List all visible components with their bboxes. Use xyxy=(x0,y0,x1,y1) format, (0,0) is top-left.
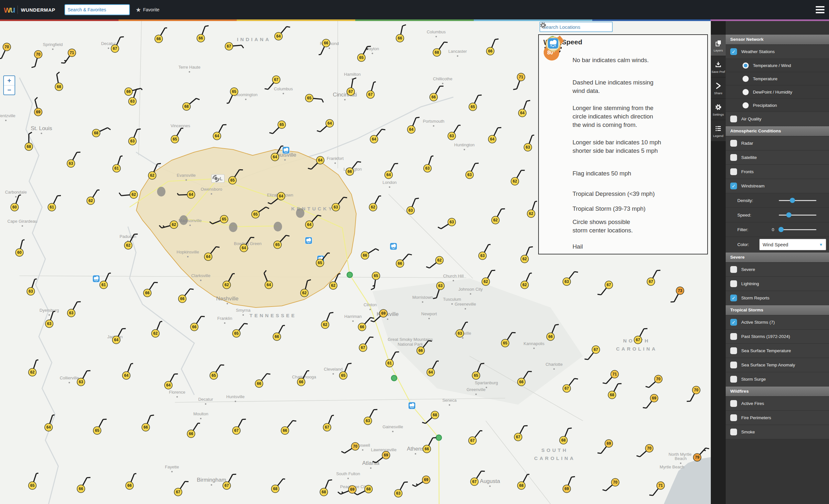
checkbox-satellite[interactable] xyxy=(730,154,737,161)
checkbox-air-quality[interactable] xyxy=(730,116,737,122)
checkbox-row-radar[interactable]: Radar xyxy=(726,136,829,151)
search-favorites-input[interactable] xyxy=(65,4,130,15)
radio-precipitation[interactable] xyxy=(743,102,749,109)
checkbox-active-storms-7[interactable]: ✓ xyxy=(730,319,737,326)
checkbox-past-storms-1972-2024[interactable] xyxy=(730,333,737,340)
state-label: INDIANA xyxy=(237,37,271,42)
hail-report-icon[interactable] xyxy=(408,402,416,409)
divider xyxy=(17,5,18,14)
checkbox-row-storm-reports[interactable]: ✓Storm Reports xyxy=(726,291,829,305)
city-label: Atlanta xyxy=(362,460,380,466)
checkbox-fronts[interactable] xyxy=(730,168,737,175)
checkbox-row-severe[interactable]: Severe xyxy=(726,263,829,277)
favorite-label: Favorite xyxy=(143,7,160,12)
checkbox-row-air-quality[interactable]: Air Quality xyxy=(726,112,829,126)
checkbox-row-lightning[interactable]: Lightning xyxy=(726,277,829,291)
select-color[interactable]: Wind Speed▼ xyxy=(759,239,826,250)
storm-position-dot[interactable] xyxy=(347,272,353,278)
svg-text:68: 68 xyxy=(433,413,437,417)
storm-position-dot[interactable] xyxy=(436,435,442,440)
weather-map[interactable]: INDIANAKENTUCKYTENNESSEENORTHCAROLINASOU… xyxy=(0,21,711,504)
checkbox-radar[interactable] xyxy=(730,140,737,147)
checkbox-lightning[interactable] xyxy=(730,280,737,287)
zoom-out-button[interactable]: − xyxy=(4,85,14,94)
checkbox-row-past-storms-1972-2024[interactable]: Past Storms (1972-2024) xyxy=(726,329,829,344)
checkbox-windstream[interactable]: ✓ xyxy=(730,183,737,189)
checkbox-weather-stations[interactable]: ✓ xyxy=(730,48,737,55)
checkbox-row-storm-surge[interactable]: Storm Surge xyxy=(726,372,829,387)
city-label: Seneca xyxy=(442,398,457,403)
checkbox-row-sea-surface-temp-anomaly[interactable]: Sea Surface Temp Anomaly xyxy=(726,358,829,372)
slider-thumb[interactable] xyxy=(786,212,791,218)
radio-row-temperature-wind[interactable]: Temperature / Wind xyxy=(726,59,829,72)
checkbox-sea-surface-temp-anomaly[interactable] xyxy=(730,361,737,369)
row-label: Weather Stations xyxy=(741,49,774,54)
radio-temperature[interactable] xyxy=(743,76,749,82)
checkbox-storm-reports[interactable]: ✓ xyxy=(730,295,737,301)
checkbox-row-active-fires[interactable]: Active Fires xyxy=(726,396,829,411)
hail-report-icon[interactable] xyxy=(282,147,289,154)
checkbox-row-active-storms-7[interactable]: ✓Active Storms (7) xyxy=(726,315,829,329)
search-locations-input[interactable] xyxy=(540,22,613,32)
select-value: Wind Speed xyxy=(763,242,788,247)
legend-row-text: No bar indicates calm winds. xyxy=(573,56,649,65)
radio-row-dewpoint-humidity[interactable]: DewPoint / Humidity xyxy=(726,85,829,99)
checkbox-row-weather-stations[interactable]: ✓Weather Stations xyxy=(726,45,829,59)
radio-dewpoint-humidity[interactable] xyxy=(743,89,749,95)
city-label: Huntington xyxy=(454,143,475,147)
checkbox-row-satellite[interactable]: Satellite xyxy=(726,151,829,165)
svg-text:70: 70 xyxy=(647,446,652,451)
tool-layers-button[interactable]: Layers xyxy=(711,35,726,56)
tool-legend-button[interactable]: Legend xyxy=(711,120,726,141)
slider-thumb[interactable] xyxy=(790,198,795,203)
slider-density[interactable] xyxy=(779,200,816,201)
checkbox-row-windstream[interactable]: ✓Windstream xyxy=(726,179,829,193)
storm-report-cluster[interactable] xyxy=(296,208,304,218)
tool-settings-button[interactable]: Settings xyxy=(711,99,726,120)
city-label: Vincennes xyxy=(171,123,190,128)
checkbox-fire-perimeters[interactable] xyxy=(730,414,737,421)
hail-report-icon[interactable] xyxy=(390,243,397,250)
slider-speed[interactable] xyxy=(779,215,816,216)
row-label: Active Fires xyxy=(741,401,764,406)
svg-text:69: 69 xyxy=(652,396,656,400)
tool-save-pref-button[interactable]: Save Pref xyxy=(711,56,726,77)
checkbox-row-sea-surface-temperature[interactable]: Sea Surface Temperature xyxy=(726,344,829,358)
svg-text:66: 66 xyxy=(488,49,493,53)
svg-text:67: 67 xyxy=(516,435,520,439)
storm-report-cluster[interactable] xyxy=(229,222,238,232)
svg-text:61: 61 xyxy=(101,282,106,287)
storm-report-cluster[interactable] xyxy=(274,222,282,231)
menu-icon[interactable] xyxy=(816,6,825,15)
slider-thumb[interactable] xyxy=(779,227,784,232)
checkbox-storm-surge[interactable] xyxy=(730,376,737,383)
checkbox-smoke[interactable] xyxy=(730,429,737,435)
slider-filter[interactable] xyxy=(779,229,816,230)
city-dot xyxy=(15,196,17,198)
svg-text:68: 68 xyxy=(435,50,439,55)
checkbox-severe[interactable] xyxy=(730,266,737,273)
radio-row-precipitation[interactable]: Precipitation xyxy=(726,99,829,112)
radio-temperature-wind[interactable] xyxy=(743,63,749,69)
checkbox-active-fires[interactable] xyxy=(730,400,737,407)
checkbox-row-fire-perimeters[interactable]: Fire Perimeters xyxy=(726,411,829,425)
tool-share-button[interactable]: Share xyxy=(711,77,726,99)
hail-report-icon[interactable] xyxy=(93,275,100,282)
zoom-in-button[interactable]: + xyxy=(4,76,14,85)
storm-center-low-icon[interactable]: L xyxy=(212,175,224,183)
svg-text:64: 64 xyxy=(276,34,281,39)
storm-report-cluster[interactable] xyxy=(157,187,166,196)
svg-text:63: 63 xyxy=(425,166,430,170)
favorite-button[interactable]: ★ Favorite xyxy=(136,6,160,13)
row-label: DewPoint / Humidity xyxy=(753,90,792,94)
checkbox-sea-surface-temperature[interactable] xyxy=(730,347,737,354)
checkbox-row-smoke[interactable]: Smoke xyxy=(726,425,829,439)
state-label: SOUTH xyxy=(541,448,568,453)
storm-report-cluster[interactable] xyxy=(179,215,188,225)
svg-text:67: 67 xyxy=(649,279,653,284)
wu-logo-icon[interactable]: wu xyxy=(4,5,15,15)
checkbox-row-fronts[interactable]: Fronts xyxy=(726,165,829,179)
storm-position-dot[interactable] xyxy=(392,376,397,381)
hail-report-icon[interactable] xyxy=(305,237,312,244)
radio-row-temperature[interactable]: Temperature xyxy=(726,72,829,85)
